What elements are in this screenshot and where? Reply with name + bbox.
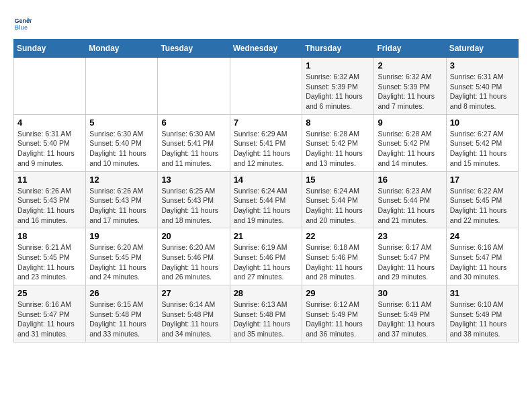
calendar-cell: 13Sunrise: 6:25 AMSunset: 5:43 PMDayligh… — [158, 171, 230, 228]
day-info: Sunrise: 6:32 AMSunset: 5:39 PMDaylight:… — [378, 72, 442, 111]
day-number: 25 — [17, 288, 82, 298]
day-number: 10 — [450, 118, 515, 128]
day-number: 9 — [378, 118, 442, 128]
day-info: Sunrise: 6:15 AMSunset: 5:48 PMDaylight:… — [89, 300, 154, 339]
calendar-week: 1Sunrise: 6:32 AMSunset: 5:39 PMDaylight… — [14, 58, 519, 115]
day-info: Sunrise: 6:24 AMSunset: 5:44 PMDaylight:… — [234, 186, 299, 226]
weekday-header: Monday — [86, 40, 158, 58]
calendar-cell: 28Sunrise: 6:13 AMSunset: 5:48 PMDayligh… — [230, 285, 302, 342]
day-number: 5 — [89, 118, 154, 128]
day-number: 17 — [450, 175, 515, 185]
calendar-cell: 4Sunrise: 6:31 AMSunset: 5:40 PMDaylight… — [14, 114, 86, 171]
calendar-cell: 24Sunrise: 6:16 AMSunset: 5:47 PMDayligh… — [446, 228, 518, 285]
day-number: 28 — [234, 288, 299, 298]
weekday-header: Sunday — [14, 40, 86, 58]
calendar-cell: 26Sunrise: 6:15 AMSunset: 5:48 PMDayligh… — [86, 285, 158, 342]
calendar-cell: 15Sunrise: 6:24 AMSunset: 5:44 PMDayligh… — [302, 171, 374, 228]
day-info: Sunrise: 6:20 AMSunset: 5:45 PMDaylight:… — [89, 242, 154, 282]
day-number: 13 — [161, 175, 226, 185]
day-number: 14 — [234, 175, 299, 185]
day-number: 31 — [450, 288, 515, 298]
calendar-cell: 27Sunrise: 6:14 AMSunset: 5:48 PMDayligh… — [158, 285, 230, 342]
weekday-header: Thursday — [302, 40, 374, 58]
day-number: 3 — [450, 60, 515, 71]
calendar-cell: 2Sunrise: 6:32 AMSunset: 5:39 PMDaylight… — [374, 58, 446, 115]
day-number: 21 — [234, 231, 299, 241]
header: General Blue — [13, 13, 519, 32]
day-number: 20 — [161, 231, 226, 241]
weekday-header: Wednesday — [230, 40, 302, 58]
day-number: 18 — [17, 231, 82, 241]
day-info: Sunrise: 6:14 AMSunset: 5:48 PMDaylight:… — [161, 300, 226, 339]
svg-text:Blue: Blue — [14, 24, 28, 31]
day-info: Sunrise: 6:13 AMSunset: 5:48 PMDaylight:… — [234, 300, 299, 339]
day-info: Sunrise: 6:32 AMSunset: 5:39 PMDaylight:… — [306, 72, 370, 111]
calendar-cell: 1Sunrise: 6:32 AMSunset: 5:39 PMDaylight… — [302, 58, 374, 115]
logo-icon: General Blue — [13, 13, 32, 32]
day-number: 15 — [306, 175, 370, 185]
day-info: Sunrise: 6:31 AMSunset: 5:40 PMDaylight:… — [17, 129, 82, 169]
calendar-cell: 9Sunrise: 6:28 AMSunset: 5:42 PMDaylight… — [374, 114, 446, 171]
calendar-cell: 21Sunrise: 6:19 AMSunset: 5:46 PMDayligh… — [230, 228, 302, 285]
calendar-header: SundayMondayTuesdayWednesdayThursdayFrid… — [14, 40, 519, 58]
calendar-cell — [230, 58, 302, 115]
day-info: Sunrise: 6:19 AMSunset: 5:46 PMDaylight:… — [234, 242, 299, 282]
day-info: Sunrise: 6:10 AMSunset: 5:49 PMDaylight:… — [450, 300, 515, 339]
day-info: Sunrise: 6:24 AMSunset: 5:44 PMDaylight:… — [306, 186, 370, 226]
calendar-cell: 19Sunrise: 6:20 AMSunset: 5:45 PMDayligh… — [86, 228, 158, 285]
weekday-header: Saturday — [446, 40, 518, 58]
day-number: 11 — [17, 175, 82, 185]
calendar-cell — [14, 58, 86, 115]
calendar-week: 4Sunrise: 6:31 AMSunset: 5:40 PMDaylight… — [14, 114, 519, 171]
weekday-header: Friday — [374, 40, 446, 58]
calendar-cell — [86, 58, 158, 115]
day-info: Sunrise: 6:21 AMSunset: 5:45 PMDaylight:… — [17, 242, 82, 282]
logo: General Blue — [13, 13, 35, 32]
weekday-header: Tuesday — [158, 40, 230, 58]
day-info: Sunrise: 6:28 AMSunset: 5:42 PMDaylight:… — [378, 129, 442, 169]
calendar-week: 11Sunrise: 6:26 AMSunset: 5:43 PMDayligh… — [14, 171, 519, 228]
calendar-cell: 22Sunrise: 6:18 AMSunset: 5:46 PMDayligh… — [302, 228, 374, 285]
day-info: Sunrise: 6:27 AMSunset: 5:42 PMDaylight:… — [450, 129, 515, 169]
day-number: 30 — [378, 288, 442, 298]
day-number: 2 — [378, 60, 442, 71]
calendar-body: 1Sunrise: 6:32 AMSunset: 5:39 PMDaylight… — [14, 58, 519, 342]
day-info: Sunrise: 6:26 AMSunset: 5:43 PMDaylight:… — [17, 186, 82, 226]
day-info: Sunrise: 6:17 AMSunset: 5:47 PMDaylight:… — [378, 242, 442, 282]
day-number: 8 — [306, 118, 370, 128]
calendar-cell: 12Sunrise: 6:26 AMSunset: 5:43 PMDayligh… — [86, 171, 158, 228]
day-info: Sunrise: 6:30 AMSunset: 5:40 PMDaylight:… — [89, 129, 154, 169]
calendar-week: 18Sunrise: 6:21 AMSunset: 5:45 PMDayligh… — [14, 228, 519, 285]
calendar-cell: 25Sunrise: 6:16 AMSunset: 5:47 PMDayligh… — [14, 285, 86, 342]
day-info: Sunrise: 6:31 AMSunset: 5:40 PMDaylight:… — [450, 72, 515, 111]
calendar-cell: 20Sunrise: 6:20 AMSunset: 5:46 PMDayligh… — [158, 228, 230, 285]
day-number: 23 — [378, 231, 442, 241]
calendar-cell: 18Sunrise: 6:21 AMSunset: 5:45 PMDayligh… — [14, 228, 86, 285]
calendar-table: SundayMondayTuesdayWednesdayThursdayFrid… — [13, 39, 519, 342]
day-info: Sunrise: 6:25 AMSunset: 5:43 PMDaylight:… — [161, 186, 226, 226]
calendar-cell: 29Sunrise: 6:12 AMSunset: 5:49 PMDayligh… — [302, 285, 374, 342]
day-info: Sunrise: 6:23 AMSunset: 5:44 PMDaylight:… — [378, 186, 442, 226]
day-info: Sunrise: 6:16 AMSunset: 5:47 PMDaylight:… — [17, 300, 82, 339]
day-number: 29 — [306, 288, 370, 298]
day-info: Sunrise: 6:26 AMSunset: 5:43 PMDaylight:… — [89, 186, 154, 226]
calendar-cell — [158, 58, 230, 115]
day-number: 26 — [89, 288, 154, 298]
calendar-cell: 23Sunrise: 6:17 AMSunset: 5:47 PMDayligh… — [374, 228, 446, 285]
calendar-cell: 30Sunrise: 6:11 AMSunset: 5:49 PMDayligh… — [374, 285, 446, 342]
calendar-cell: 31Sunrise: 6:10 AMSunset: 5:49 PMDayligh… — [446, 285, 518, 342]
calendar-cell: 5Sunrise: 6:30 AMSunset: 5:40 PMDaylight… — [86, 114, 158, 171]
day-info: Sunrise: 6:30 AMSunset: 5:41 PMDaylight:… — [161, 129, 226, 169]
calendar-cell: 7Sunrise: 6:29 AMSunset: 5:41 PMDaylight… — [230, 114, 302, 171]
day-info: Sunrise: 6:12 AMSunset: 5:49 PMDaylight:… — [306, 300, 370, 339]
calendar-cell: 10Sunrise: 6:27 AMSunset: 5:42 PMDayligh… — [446, 114, 518, 171]
day-number: 27 — [161, 288, 226, 298]
day-info: Sunrise: 6:22 AMSunset: 5:45 PMDaylight:… — [450, 186, 515, 226]
day-number: 24 — [450, 231, 515, 241]
day-number: 7 — [234, 118, 299, 128]
day-number: 16 — [378, 175, 442, 185]
day-number: 6 — [161, 118, 226, 128]
day-number: 22 — [306, 231, 370, 241]
calendar-cell: 16Sunrise: 6:23 AMSunset: 5:44 PMDayligh… — [374, 171, 446, 228]
calendar-cell: 17Sunrise: 6:22 AMSunset: 5:45 PMDayligh… — [446, 171, 518, 228]
